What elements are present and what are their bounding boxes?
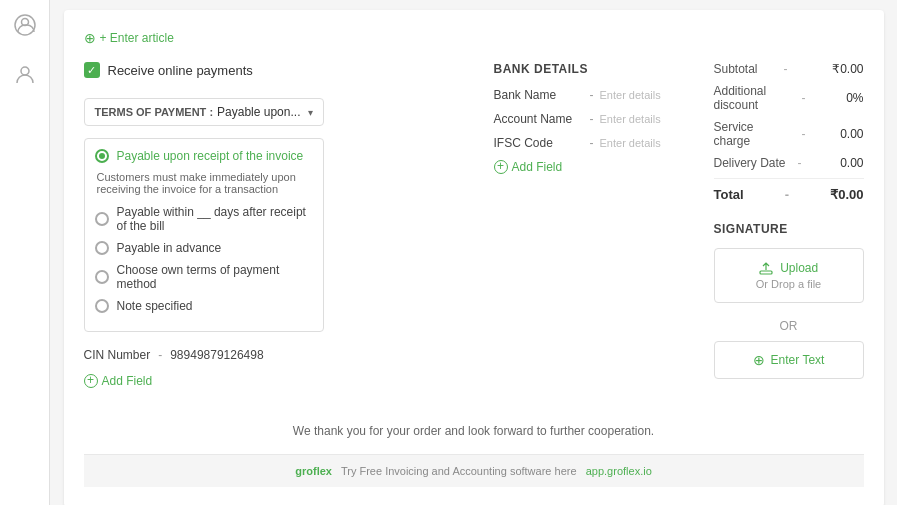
content-layout: Receive online payments TERMS OF PAYMENT… <box>84 62 864 388</box>
subtotal-value: ₹0.00 <box>813 62 863 76</box>
cin-dash: - <box>158 348 162 362</box>
invoice-card: ⊕ + Enter article Receive online payment… <box>64 10 884 505</box>
ifsc-value[interactable]: Enter details <box>600 137 661 149</box>
footer-bar: groflex Try Free Invoicing and Accountin… <box>84 454 864 487</box>
online-payments-row: Receive online payments <box>84 62 464 78</box>
main-content: ⊕ + Enter article Receive online payment… <box>50 0 897 505</box>
radio-custom-icon <box>95 270 109 284</box>
delivery-date-value: 0.00 <box>814 156 864 170</box>
additional-discount-value: 0% <box>814 91 864 105</box>
terms-value: Payable upon... <box>217 105 307 119</box>
option-advance-label: Payable in advance <box>117 241 222 255</box>
add-field-button-bank[interactable]: + Add Field <box>494 160 563 174</box>
service-charge-label: Service charge <box>714 120 794 148</box>
summary-section: Subtotal - ₹0.00 Additional discount - 0… <box>714 62 864 202</box>
bank-name-row: Bank Name - Enter details <box>494 88 694 102</box>
page-wrapper: ⊕ + Enter article Receive online payment… <box>0 0 897 505</box>
ifsc-dash: - <box>590 136 594 150</box>
total-dash: - <box>785 187 789 202</box>
enter-text-button[interactable]: ⊕ Enter Text <box>714 341 864 379</box>
sidebar <box>0 0 50 505</box>
radio-note-icon <box>95 299 109 313</box>
top-bar: ⊕ + Enter article <box>84 30 864 46</box>
account-name-label: Account Name <box>494 112 584 126</box>
payment-option-advance[interactable]: Payable in advance <box>95 241 313 255</box>
drop-text: Or Drop a file <box>727 278 851 290</box>
service-charge-dash: - <box>802 127 806 141</box>
bank-details-section: BANK DETAILS Bank Name - Enter details A… <box>494 62 694 388</box>
radio-advance-icon <box>95 241 109 255</box>
thank-you-message: We thank you for your order and look for… <box>84 408 864 438</box>
subtotal-label: Subtotal <box>714 62 758 76</box>
thank-you-text: We thank you for your order and look for… <box>293 424 654 438</box>
account-name-value[interactable]: Enter details <box>600 113 661 125</box>
plus-circle-icon: ⊕ <box>84 30 96 46</box>
service-charge-value: 0.00 <box>814 127 864 141</box>
selected-option-label: Payable upon receipt of the invoice <box>117 149 304 163</box>
right-panel: Subtotal - ₹0.00 Additional discount - 0… <box>714 62 864 388</box>
bank-name-value[interactable]: Enter details <box>600 89 661 101</box>
total-value: ₹0.00 <box>830 187 863 202</box>
brand-label: groflex <box>295 465 332 477</box>
left-panel: Receive online payments TERMS OF PAYMENT… <box>84 62 464 388</box>
enter-text-label: Enter Text <box>771 353 825 367</box>
bank-add-plus-icon: + <box>494 160 508 174</box>
add-field-plus-icon: + <box>84 374 98 388</box>
chevron-down-icon: ▾ <box>308 107 313 118</box>
delivery-date-dash: - <box>798 156 802 170</box>
bank-add-field-label: Add Field <box>512 160 563 174</box>
signature-title: SIGNATURE <box>714 222 864 236</box>
upload-icon <box>759 261 780 275</box>
bank-details-title: BANK DETAILS <box>494 62 694 76</box>
terms-dropdown[interactable]: TERMS OF PAYMENT : Payable upon... ▾ <box>84 98 324 126</box>
delivery-date-label: Delivery Date <box>714 156 786 170</box>
selected-payment-option[interactable]: Payable upon receipt of the invoice <box>95 149 313 163</box>
footer-link[interactable]: app.groflex.io <box>586 465 652 477</box>
payment-options-box: Payable upon receipt of the invoice Cust… <box>84 138 324 332</box>
payment-option-days[interactable]: Payable within __ days after receipt of … <box>95 205 313 233</box>
additional-discount-row: Additional discount - 0% <box>714 84 864 112</box>
svg-point-2 <box>21 67 29 75</box>
option-custom-label: Choose own terms of payment method <box>117 263 313 291</box>
account-name-row: Account Name - Enter details <box>494 112 694 126</box>
service-charge-row: Service charge - 0.00 <box>714 120 864 148</box>
upload-button[interactable]: Upload Or Drop a file <box>714 248 864 303</box>
radio-days-icon <box>95 212 109 226</box>
option-description: Customers must make immediately upon rec… <box>95 171 313 195</box>
signature-section: SIGNATURE Upload Or Drop a file <box>714 222 864 379</box>
additional-discount-label: Additional discount <box>714 84 794 112</box>
enter-article-button[interactable]: ⊕ + Enter article <box>84 30 174 46</box>
user-circle-icon[interactable] <box>10 10 40 40</box>
additional-discount-dash: - <box>802 91 806 105</box>
bank-name-dash: - <box>590 88 594 102</box>
ifsc-code-row: IFSC Code - Enter details <box>494 136 694 150</box>
or-divider: OR <box>714 319 864 333</box>
total-row: Total - ₹0.00 <box>714 178 864 202</box>
ifsc-label: IFSC Code <box>494 136 584 150</box>
cin-label: CIN Number <box>84 348 151 362</box>
add-field-button-left[interactable]: + Add Field <box>84 374 153 388</box>
subtotal-row: Subtotal - ₹0.00 <box>714 62 864 76</box>
payment-option-custom[interactable]: Choose own terms of payment method <box>95 263 313 291</box>
option-days-label: Payable within __ days after receipt of … <box>117 205 313 233</box>
total-label: Total <box>714 187 744 202</box>
online-payments-checkbox[interactable] <box>84 62 100 78</box>
footer-text: Try Free Invoicing and Accounting softwa… <box>341 465 577 477</box>
account-name-dash: - <box>590 112 594 126</box>
payment-option-note[interactable]: Note specified <box>95 299 313 313</box>
cin-value: 98949879126498 <box>170 348 263 362</box>
svg-rect-3 <box>760 271 772 274</box>
delivery-date-row: Delivery Date - 0.00 <box>714 156 864 170</box>
add-field-label: Add Field <box>102 374 153 388</box>
radio-selected-icon <box>95 149 109 163</box>
enter-article-label: + Enter article <box>100 31 174 45</box>
upload-label: Upload <box>780 261 818 275</box>
cin-row: CIN Number - 98949879126498 <box>84 348 464 362</box>
enter-text-icon: ⊕ <box>753 352 765 368</box>
online-payments-label: Receive online payments <box>108 63 253 78</box>
bank-name-label: Bank Name <box>494 88 584 102</box>
terms-prefix: TERMS OF PAYMENT : <box>95 106 214 118</box>
subtotal-dash: - <box>784 62 788 76</box>
person-icon[interactable] <box>10 60 40 90</box>
option-note-label: Note specified <box>117 299 193 313</box>
